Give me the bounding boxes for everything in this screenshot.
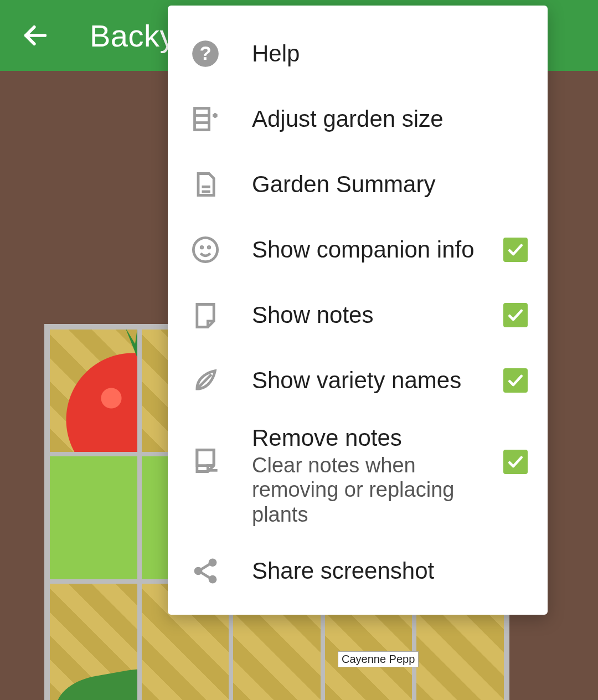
menu-item-sublabel: Clear notes when removing or replacing p… [252,453,492,527]
svg-point-12 [208,246,210,248]
menu-item-label: Show notes [252,302,373,328]
cucumber-icon [51,663,140,700]
plant-variety-label: Cayenne Pepp [338,651,419,667]
svg-rect-3 [195,109,209,130]
svg-text:?: ? [199,43,211,64]
note-minus-icon [191,446,220,475]
svg-point-15 [210,560,215,565]
menu-item-adjust-size[interactable]: Adjust garden size [168,86,548,152]
menu-item-label: Remove notes [252,425,402,451]
svg-point-14 [195,568,201,574]
check-icon [507,306,524,324]
smile-icon [191,235,220,264]
note-icon [191,301,220,330]
arrow-left-icon [21,21,50,50]
menu-item-remove-notes[interactable]: Remove notes Clear notes when removing o… [168,413,548,538]
menu-item-label: Share screenshot [252,558,434,584]
menu-item-garden-summary[interactable]: Garden Summary [168,152,548,217]
checkbox-remove-notes[interactable] [503,450,528,474]
back-button[interactable] [19,19,52,52]
check-icon [507,372,524,389]
menu-item-label: Show companion info [252,236,475,262]
share-icon [191,557,220,585]
resize-icon [191,105,220,133]
menu-item-label: Show variety names [252,367,461,393]
garden-tile[interactable] [48,581,140,700]
summary-icon [191,170,220,199]
svg-line-18 [200,572,210,578]
menu-item-label: Help [252,40,300,66]
menu-item-label: Garden Summary [252,171,435,197]
checkbox-companion-info[interactable] [503,238,528,262]
overflow-menu: ? Help Adjust garden size Garden Summary [168,6,548,615]
check-icon [507,241,524,259]
page-title: Backy [90,18,176,54]
check-icon [507,453,524,471]
tomato-leaf-icon [105,327,140,363]
menu-item-companion-info[interactable]: Show companion info [168,217,548,282]
menu-item-share-screenshot[interactable]: Share screenshot [168,538,548,604]
svg-point-10 [193,238,217,261]
menu-item-label: Adjust garden size [252,106,444,132]
menu-item-help[interactable]: ? Help [168,21,548,86]
garden-tile[interactable] [48,454,140,581]
leaf-icon [191,366,220,395]
menu-item-variety-names[interactable]: Show variety names [168,348,548,413]
menu-item-show-notes[interactable]: Show notes [168,282,548,348]
svg-point-11 [201,246,203,248]
svg-line-17 [200,564,210,570]
help-icon: ? [191,39,220,68]
garden-tile[interactable] [48,327,140,454]
checkbox-show-notes[interactable] [503,303,528,327]
checkbox-variety-names[interactable] [503,368,528,393]
svg-point-16 [210,577,215,582]
